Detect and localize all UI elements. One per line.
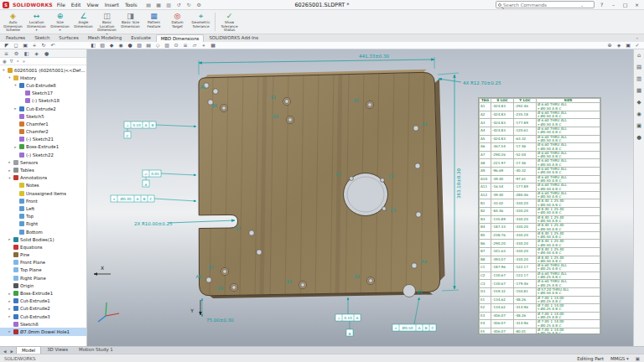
gdt-frame-position-left[interactable]: ⌖ Ø0.30 A B C <box>111 195 154 202</box>
tree-item-sketch8[interactable]: Sketch8 <box>0 320 86 328</box>
hole-table-row-b4[interactable]: B4-187.33-330.20Ø 8.40 ↧ 25.40⌖ Ø0.50 A … <box>480 224 600 232</box>
ribbon-auto-dimension-scheme-button[interactable]: ◈Auto Dimension Scheme <box>2 11 24 33</box>
hole-table-row-b3[interactable]: B3-135.89-330.20Ø 8.40 ↧ 25.40⌖ Ø0.50 A … <box>480 215 600 224</box>
menu-tools[interactable]: Tools <box>124 2 138 8</box>
tree-item-right[interactable]: Right <box>0 220 86 228</box>
pan-icon[interactable]: + <box>31 42 38 49</box>
origin-visibility-icon[interactable]: ⌖ <box>200 42 207 49</box>
expand-arrow-icon[interactable]: ▾ <box>2 68 6 72</box>
hole-table-row-b1[interactable]: B1-33.02-330.20Ø 8.40 ↧ 25.40⌖ Ø0.50 A B… <box>480 199 600 208</box>
corner-hole-b1[interactable] <box>403 285 416 297</box>
command-search[interactable]: ⌄ <box>496 1 595 8</box>
zoom-fit-icon[interactable]: ◻ <box>13 42 19 49</box>
expand-arrow-icon[interactable]: ▸ <box>8 307 12 311</box>
expand-arrow-icon[interactable]: ▸ <box>8 237 12 241</box>
tree-item-cut-extrude2[interactable]: ▸Cut-Extrude2 <box>0 105 86 112</box>
open-icon[interactable]: ▤ <box>145 1 153 8</box>
shadows-icon[interactable]: ▥ <box>164 42 170 49</box>
display-style-icon[interactable]: ◆ <box>108 42 115 49</box>
hole-table-row-e3[interactable]: E3-306.07-48.26Ø 7.00 ↧ 14.00⌖ Ø0.25 A B… <box>480 312 600 320</box>
dimxpertmanager-tab-icon[interactable]: ◈ <box>33 50 40 56</box>
tree-item-tables[interactable]: ▸Tables <box>0 166 86 173</box>
redo-icon[interactable]: ↻ <box>185 1 193 8</box>
section-view-icon[interactable]: ◧ <box>90 42 96 49</box>
help-button[interactable]: ? <box>597 1 606 9</box>
planes-visibility-icon[interactable]: ▱ <box>191 42 198 49</box>
hole-table-row-a3[interactable]: A3-424.83-177.89Ø 6.60 THRU ALL⌖ Ø0.50 A… <box>480 119 600 127</box>
tree-item-sketch5[interactable]: Sketch5 <box>0 112 86 120</box>
tab-mbd-dimensions[interactable]: MBD Dimensions <box>156 34 205 42</box>
tree-item-annotations[interactable]: ▾Annotations <box>0 174 86 182</box>
options-gear-icon[interactable]: ⚙ <box>195 1 203 8</box>
tree-item-history[interactable]: ▾History <box>0 74 86 81</box>
minimize-button[interactable]: – <box>609 1 618 9</box>
ribbon-basic-size-dimension-button[interactable]: ◨Basic Size Dimension <box>119 11 142 33</box>
grid-icon[interactable]: ▦ <box>210 42 216 49</box>
tree-item-top-plane[interactable]: Top Plane <box>0 266 86 274</box>
dynamic-annotation-views-icon[interactable]: ◈ <box>615 42 622 49</box>
custom-properties-icon[interactable]: ▣ <box>636 122 643 130</box>
tree-item-sketch18[interactable]: (-) Sketch18 <box>0 97 86 105</box>
hole-table[interactable]: TAG X LOC Y LOC SIZE A1-424.83-292.46Ø 6… <box>478 97 601 334</box>
tree-item-sketch21[interactable]: (-) Sketch21 <box>0 136 86 143</box>
hole-table-row-b8[interactable]: B8-393.07-330.20Ø 8.40 ↧ 25.40⌖ Ø0.50 A … <box>480 256 600 264</box>
hole-table-row-e5[interactable]: E5-306.07-80.01Ø 7.00 ↧ 14.00⌖ Ø0.25 A B… <box>480 328 600 334</box>
apply-scene-icon[interactable]: ▨ <box>136 42 143 49</box>
datum-flag-a[interactable]: A <box>143 180 149 187</box>
hole-table-row-d1[interactable]: D1-159.32-150.81Ø 57.20 THRU ALL⌖ Ø0.50 … <box>480 287 600 296</box>
tree-item-top[interactable]: Top <box>0 213 86 220</box>
hole-table-row-c1[interactable]: C1-187.96-122.17Ø 6.60 THRU ALL⌖ Ø0.25 A… <box>480 264 600 272</box>
menu-view[interactable]: View <box>86 2 99 8</box>
annotation-visibility-icon[interactable]: ≡ <box>182 42 189 49</box>
hole-table-row-a2[interactable]: A2-424.83-235.18Ø 6.60 THRU ALL⌖ Ø0.50 A… <box>480 111 600 119</box>
dim-notch-radius[interactable]: 2X R10.00±0.25 <box>134 221 173 226</box>
tree-item-cut-extrude1[interactable]: ▸Cut-Extrude1 <box>0 297 86 305</box>
tree-item-origin[interactable]: Origin <box>0 282 86 289</box>
tree-item-sketch17[interactable]: Sketch17 <box>0 90 86 97</box>
ribbon-pattern-feature-button[interactable]: ▦Pattern Feature <box>143 11 165 33</box>
tab-surfaces[interactable]: Surfaces <box>55 34 82 42</box>
close-button[interactable]: × <box>632 1 641 9</box>
tree-item-bottom[interactable]: Bottom <box>0 228 86 235</box>
hole-table-row-e2[interactable]: E2-134.62-314.96Ø 7.00 ↧ 14.00⌖ Ø0.25 A … <box>480 304 600 313</box>
ribbon-size-dimension-button[interactable]: ⊕Size Dimension▾ <box>49 11 71 33</box>
hole-table-row-b5[interactable]: B5-238.76-330.20Ø 8.40 ↧ 25.40⌖ Ø0.50 A … <box>480 231 600 240</box>
units-selector[interactable]: MMGS ▾ <box>610 356 629 361</box>
hole-table-row-a7[interactable]: A7-290.26-52.04Ø 6.60 THRU ALL⌖ Ø0.50 A … <box>480 151 600 159</box>
custom-properties-tag-icon[interactable]: ▣ <box>636 356 640 361</box>
dim-corner-radius[interactable]: 4X R12.70±0.25 <box>463 80 501 85</box>
tab-evaluate[interactable]: Evaluate <box>127 34 155 42</box>
eye-icon[interactable]: ◉ <box>3 59 7 64</box>
dim-bottom-offset[interactable]: 75.00±0.30 <box>206 318 234 323</box>
gdt-frame-perp-bottom[interactable]: ⊥ 0.10 A <box>335 314 361 321</box>
hole-table-row-e1[interactable]: E1-134.62-48.26Ø 7.00 ↧ 14.00⌖ Ø0.25 A B… <box>480 296 600 304</box>
expand-arrow-icon[interactable]: ▸ <box>8 160 12 164</box>
tree-item-chamfer1[interactable]: Chamfer1 <box>0 120 86 127</box>
hole-table-row-a12[interactable]: A12-39.40-280.46Ø 6.60 THRU ALL⌖ Ø0.50 A… <box>480 191 600 199</box>
tree-item-cut-extrude8[interactable]: ▾Cut-Extrude8 <box>0 81 86 89</box>
tree-item-unassigned-items[interactable]: Unassigned Items <box>0 189 86 197</box>
expand-arrow-icon[interactable]: ▾ <box>13 83 18 87</box>
file-explorer-icon[interactable]: ▥ <box>636 75 643 83</box>
view-palette-icon[interactable]: ▦ <box>636 87 643 95</box>
camera-icon[interactable]: ⊙ <box>173 42 179 49</box>
scene-icon[interactable]: ◉ <box>636 111 643 118</box>
graphics-viewport[interactable]: 441.33±0.30 363.10±0.30 4X R12.70±0.25 2… <box>87 49 633 346</box>
undo-icon[interactable]: ↺ <box>175 1 183 8</box>
tree-item-60265001-60265001-default-display-state-1[interactable]: ▾60265001 (60265001)<<Default>_Display S… <box>0 66 86 74</box>
design-library-icon[interactable]: ▤ <box>636 64 643 71</box>
expand-arrow-icon[interactable]: ▸ <box>13 145 18 149</box>
hole-table-row-a8[interactable]: A8-221.97-17.46Ø 6.60 THRU ALL⌖ Ø0.50 A … <box>480 159 600 168</box>
datum-flag-b[interactable]: B <box>346 329 353 336</box>
hide-show-items-icon[interactable]: ◉ <box>117 42 124 49</box>
part-body[interactable] <box>199 70 445 299</box>
displaymanager-tab-icon[interactable]: ● <box>43 50 50 56</box>
filter-funnel-icon[interactable]: ∇ <box>10 59 13 64</box>
search-dropdown-icon[interactable]: ⌄ <box>580 3 584 8</box>
tree-item-boss-extrude1[interactable]: ▸Boss-Extrude1 <box>0 143 86 151</box>
expand-arrow-icon[interactable]: ▸ <box>8 292 12 296</box>
featuremanager-tab-icon[interactable]: ≡ <box>3 50 10 56</box>
pin-icon[interactable]: • <box>17 59 19 64</box>
zoom-area-icon[interactable]: ▣ <box>22 42 29 49</box>
hole-table-row-c2[interactable]: C2-130.67-122.17Ø 6.60 THRU ALL⌖ Ø0.25 A… <box>480 272 600 280</box>
